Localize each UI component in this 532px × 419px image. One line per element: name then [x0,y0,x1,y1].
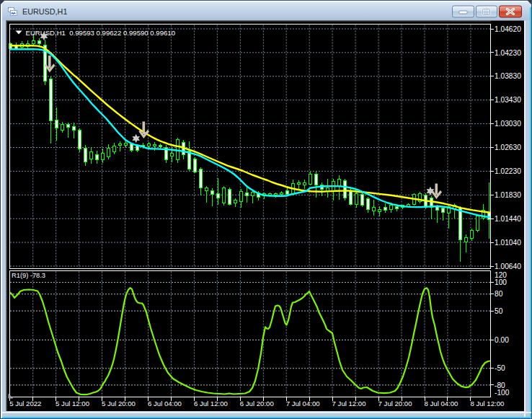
svg-text:100: 100 [495,278,507,286]
svg-text:-80: -80 [495,381,505,389]
svg-text:1.01830: 1.01830 [495,191,521,199]
svg-text:1.03830: 1.03830 [495,72,521,80]
svg-text:EURUSD,H1 0.99593 0.99622 0.9: EURUSD,H1 0.99593 0.99622 0.99590 0.9961… [26,29,175,37]
svg-text:5 Jul 2022: 5 Jul 2022 [9,400,41,407]
svg-text:1.04620: 1.04620 [495,25,521,33]
svg-text:8 Jul 04:00: 8 Jul 04:00 [425,400,458,407]
svg-text:5 Jul 12:00: 5 Jul 12:00 [56,400,89,407]
svg-text:8 Jul 12:00: 8 Jul 12:00 [470,400,504,407]
svg-text:-100: -100 [495,389,510,397]
svg-text:-50: -50 [495,364,505,372]
svg-text:1.00640: 1.00640 [495,263,521,270]
svg-text:120: 120 [495,271,507,279]
svg-text:0.00: 0.00 [495,336,509,344]
svg-text:R1(9) -78.3: R1(9) -78.3 [12,272,45,279]
svg-text:1.01040: 1.01040 [495,239,521,247]
svg-text:EURUSD,H1: EURUSD,H1 [22,7,67,16]
svg-text:1.01440: 1.01440 [495,215,521,223]
svg-text:1.02630: 1.02630 [495,144,521,151]
svg-text:5 Jul 20:00: 5 Jul 20:00 [102,400,136,407]
svg-text:7 Jul 12:00: 7 Jul 12:00 [332,400,366,407]
svg-text:1.04230: 1.04230 [495,49,521,57]
svg-text:1.02230: 1.02230 [495,167,521,175]
svg-text:7 Jul 20:00: 7 Jul 20:00 [378,400,412,407]
svg-text:80: 80 [495,290,503,298]
svg-text:6 Jul 04:00: 6 Jul 04:00 [148,400,182,407]
svg-text:6 Jul 20:00: 6 Jul 20:00 [240,400,274,407]
svg-text:1.03030: 1.03030 [495,120,521,128]
svg-text:50: 50 [495,307,503,315]
svg-text:7 Jul 04:00: 7 Jul 04:00 [286,400,320,407]
svg-text:1.03430: 1.03430 [495,96,521,104]
svg-text:6 Jul 12:00: 6 Jul 12:00 [194,400,228,407]
